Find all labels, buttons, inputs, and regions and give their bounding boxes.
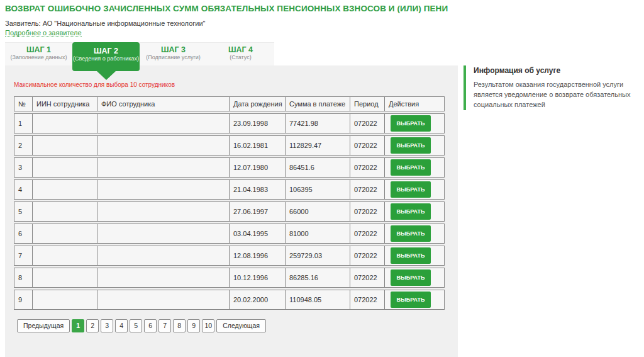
cell-actions: ВЫБРАТЬ [385, 113, 445, 133]
pagination-page-7[interactable]: 7 [158, 319, 171, 332]
tab-step-3[interactable]: ШАГ 3 (Подписание услуги) [140, 43, 207, 65]
cell-fio [97, 246, 230, 266]
select-button[interactable]: ВЫБРАТЬ [391, 247, 431, 264]
cell-birth-date: 12.08.1996 [230, 246, 286, 266]
cell-actions: ВЫБРАТЬ [385, 179, 445, 200]
cell-fio [97, 224, 230, 244]
tab-step-4-sublabel: (Статус) [207, 54, 274, 61]
pagination-prev-button[interactable]: Предыдущая [17, 319, 70, 332]
cell-iin [33, 246, 97, 266]
table-header-row: № ИИН сотрудника ФИО сотрудника Дата рож… [14, 96, 445, 111]
cell-fio [97, 179, 230, 200]
tab-step-2[interactable]: ШАГ 2 (Сведения о работниках) [72, 42, 140, 71]
cell-amount: 106395 [286, 179, 350, 200]
select-button[interactable]: ВЫБРАТЬ [391, 225, 431, 242]
cell-actions: ВЫБРАТЬ [385, 201, 445, 222]
cell-period: 072022 [350, 135, 385, 156]
pagination-page-8[interactable]: 8 [173, 319, 186, 332]
tab-step-4[interactable]: ШАГ 4 (Статус) [207, 43, 274, 65]
pagination-page-9[interactable]: 9 [187, 319, 200, 332]
select-button[interactable]: ВЫБРАТЬ [391, 269, 431, 286]
cell-birth-date: 16.02.1981 [230, 135, 286, 156]
select-button[interactable]: ВЫБРАТЬ [391, 203, 431, 220]
pagination-page-5[interactable]: 5 [130, 319, 142, 332]
applicant-value: АО "Национальные информационные технолог… [41, 20, 206, 27]
cell-num: 7 [14, 246, 33, 266]
pagination-page-2[interactable]: 2 [86, 319, 99, 332]
header-period: Период [350, 96, 385, 111]
header-amount: Сумма в платеже [286, 96, 350, 111]
table-row: 8 10.12.1996 86285.16 072022 ВЫБРАТЬ [14, 268, 445, 288]
max-select-note: Максимальное количество для выбора 10 со… [14, 81, 458, 88]
applicant-details-link[interactable]: Подробнее о заявителе [5, 29, 82, 37]
cell-iin [33, 290, 97, 310]
cell-birth-date: 27.06.1997 [230, 201, 286, 222]
table-row: 4 21.04.1983 106395 072022 ВЫБРАТЬ [14, 179, 445, 200]
cell-amount: 259729.03 [286, 246, 350, 266]
cell-fio [97, 268, 230, 288]
pagination-page-6[interactable]: 6 [144, 319, 157, 332]
pagination-page-3[interactable]: 3 [101, 319, 113, 332]
cell-birth-date: 12.07.1980 [230, 157, 286, 178]
cell-period: 072022 [350, 268, 385, 288]
service-info-body: Результатом оказания государственной усл… [474, 80, 642, 110]
cell-iin [33, 268, 97, 288]
table-row: 3 12.07.1980 86451.6 072022 ВЫБРАТЬ [14, 157, 445, 178]
applicant-line: Заявитель: АО "Национальные информационн… [5, 20, 205, 27]
table-row: 9 20.02.2000 110948.05 072022 ВЫБРАТЬ [14, 290, 445, 310]
pagination-page-4[interactable]: 4 [115, 319, 128, 332]
cell-num: 8 [14, 268, 33, 288]
tab-step-1[interactable]: ШАГ 1 (Заполнение данных) [5, 43, 72, 65]
cell-period: 072022 [350, 201, 385, 222]
cell-num: 3 [14, 157, 33, 178]
cell-fio [97, 157, 230, 178]
header-actions: Действия [385, 96, 445, 111]
cell-period: 072022 [350, 246, 385, 266]
cell-num: 9 [14, 290, 33, 310]
cell-iin [33, 135, 97, 156]
cell-actions: ВЫБРАТЬ [385, 268, 445, 288]
cell-amount: 66000 [286, 201, 350, 222]
cell-iin [33, 224, 97, 244]
tab-step-1-sublabel: (Заполнение данных) [5, 54, 72, 61]
cell-num: 6 [14, 224, 33, 244]
cell-fio [97, 113, 230, 133]
select-button[interactable]: ВЫБРАТЬ [391, 292, 431, 308]
pagination-next-button[interactable]: Следующая [216, 319, 266, 332]
cell-iin [33, 201, 97, 222]
pagination-page-1[interactable]: 1 [72, 319, 84, 332]
select-button[interactable]: ВЫБРАТЬ [391, 137, 431, 154]
cell-birth-date: 20.02.2000 [230, 290, 286, 310]
service-info-title: Информация об услуге [474, 66, 642, 75]
select-button[interactable]: ВЫБРАТЬ [391, 181, 431, 198]
select-button[interactable]: ВЫБРАТЬ [391, 159, 431, 176]
header-iin: ИИН сотрудника [33, 96, 97, 111]
cell-period: 072022 [350, 179, 385, 200]
cell-amount: 77421.98 [286, 113, 350, 133]
table-row: 6 03.04.1995 81000 072022 ВЫБРАТЬ [14, 224, 445, 244]
cell-amount: 86285.16 [286, 268, 350, 288]
cell-actions: ВЫБРАТЬ [385, 157, 445, 178]
applicant-label: Заявитель: [5, 20, 41, 27]
tab-step-2-sublabel: (Сведения о работниках) [72, 55, 140, 62]
select-button[interactable]: ВЫБРАТЬ [391, 115, 431, 132]
cell-num: 5 [14, 201, 33, 222]
cell-amount: 110948.05 [286, 290, 350, 310]
cell-birth-date: 23.09.1998 [230, 113, 286, 133]
cell-num: 1 [14, 113, 33, 133]
cell-birth-date: 03.04.1995 [230, 224, 286, 244]
cell-iin [33, 157, 97, 178]
tab-step-3-label: ШАГ 3 [140, 45, 207, 54]
cell-fio [97, 201, 230, 222]
table-row: 7 12.08.1996 259729.03 072022 ВЫБРАТЬ [14, 246, 445, 266]
cell-num: 4 [14, 179, 33, 200]
tab-step-4-label: ШАГ 4 [207, 45, 274, 54]
cell-iin [33, 113, 97, 133]
cell-actions: ВЫБРАТЬ [385, 246, 445, 266]
pagination-page-10[interactable]: 10 [202, 319, 214, 332]
cell-birth-date: 21.04.1983 [230, 179, 286, 200]
cell-iin [33, 179, 97, 200]
employees-table: № ИИН сотрудника ФИО сотрудника Дата рож… [14, 94, 445, 312]
table-row: 2 16.02.1981 112829.47 072022 ВЫБРАТЬ [14, 135, 445, 156]
cell-num: 2 [14, 135, 33, 156]
